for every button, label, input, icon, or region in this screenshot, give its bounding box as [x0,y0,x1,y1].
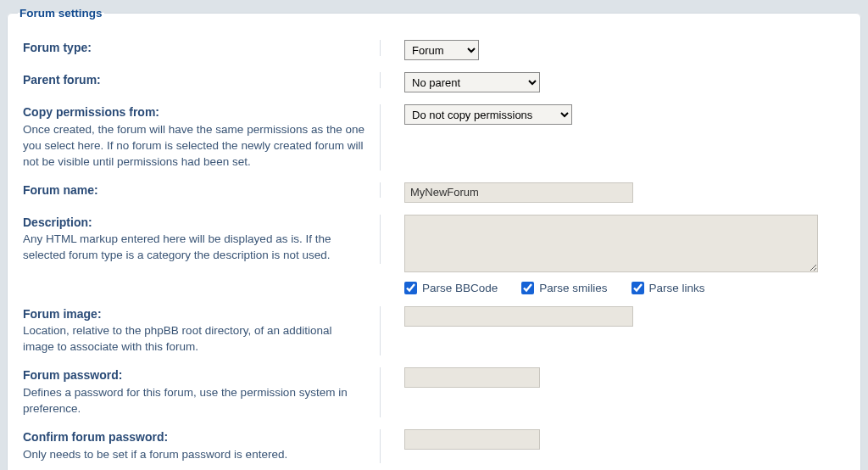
forum-settings-fieldset: Forum settings Forum type: Forum Parent … [7,7,861,470]
row-confirm-password: Confirm forum password: Only needs to be… [23,429,845,463]
description-parse-options: Parse BBCode Parse smilies Parse links [404,282,845,294]
confirm-password-input[interactable] [404,429,540,450]
row-copy-permissions: Copy permissions from: Once created, the… [23,104,845,171]
label-confirm-password: Confirm forum password: [23,429,364,445]
forum-name-input[interactable] [404,182,633,203]
row-forum-name: Forum name: [23,182,845,203]
parent-forum-select[interactable]: No parent [404,72,540,92]
help-forum-password: Defines a password for this forum, use t… [23,385,364,417]
fieldset-legend: Forum settings [18,7,104,20]
label-description: Description: [23,215,364,231]
parse-links-checkbox[interactable] [632,282,644,294]
parse-smilies-checkbox[interactable] [521,282,534,294]
parse-smilies-label[interactable]: Parse smilies [521,282,607,294]
row-forum-image: Forum image: Location, relative to the p… [23,306,845,356]
forum-type-select[interactable]: Forum [404,40,479,60]
label-forum-password: Forum password: [23,367,364,383]
row-forum-password: Forum password: Defines a password for t… [23,367,845,417]
parse-bbcode-label[interactable]: Parse BBCode [404,282,498,294]
label-parent-forum: Parent forum: [23,72,364,88]
row-parent-forum: Parent forum: No parent [23,72,845,92]
label-copy-permissions: Copy permissions from: [23,104,364,120]
label-forum-type: Forum type: [23,40,364,56]
help-forum-image: Location, relative to the phpBB root dir… [23,323,364,355]
parse-bbcode-checkbox[interactable] [404,282,417,294]
help-description: Any HTML markup entered here will be dis… [23,232,364,264]
copy-permissions-select[interactable]: Do not copy permissions [404,104,572,125]
label-forum-image: Forum image: [23,306,364,322]
parse-links-label[interactable]: Parse links [632,282,705,294]
help-copy-permissions: Once created, the forum will have the sa… [23,122,364,171]
row-description: Description: Any HTML markup entered her… [23,215,845,294]
forum-password-input[interactable] [404,367,540,388]
help-confirm-password: Only needs to be set if a forum password… [23,447,364,463]
row-forum-type: Forum type: Forum [23,40,845,60]
description-textarea[interactable] [404,215,818,272]
label-forum-name: Forum name: [23,182,364,199]
forum-image-input[interactable] [404,306,633,327]
